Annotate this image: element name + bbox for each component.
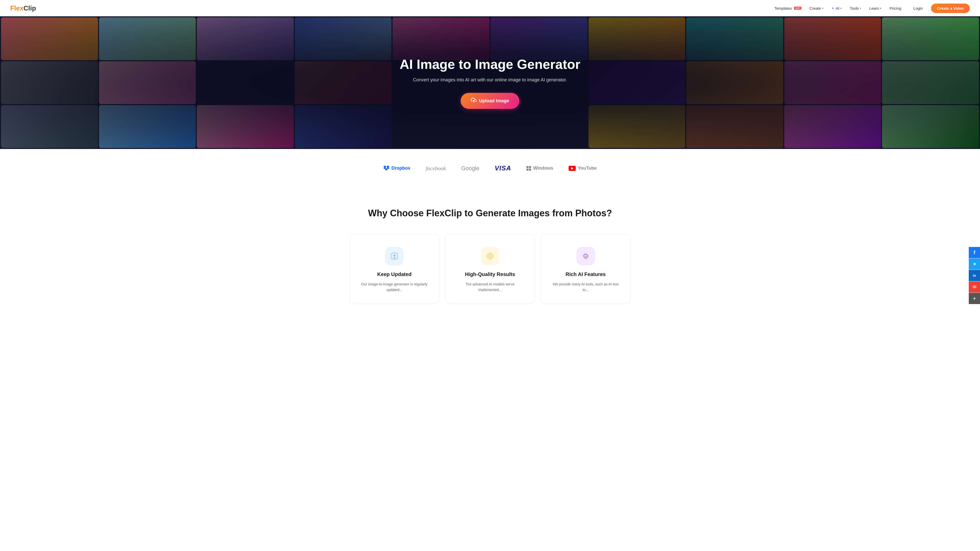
windows-label: Windows <box>533 165 553 171</box>
youtube-play-icon <box>571 167 573 170</box>
why-section: Why Choose FlexClip to Generate Images f… <box>0 187 980 313</box>
youtube-icon <box>569 166 576 171</box>
nav-actions: Login Create a Video <box>909 3 970 13</box>
keep-updated-title: Keep Updated <box>360 272 429 277</box>
upload-icon <box>471 97 476 104</box>
brand-dropbox: Dropbox <box>383 165 410 171</box>
rich-ai-title: Rich AI Features <box>551 272 620 277</box>
nav-ai[interactable]: ✦ AI ▾ <box>832 6 842 11</box>
facebook-share-button[interactable]: f <box>969 247 980 258</box>
nav-learn[interactable]: Learn ▾ <box>869 6 881 11</box>
brand-google: Google <box>461 165 479 171</box>
nav-links: Templates HOT Create ▾ ✦ AI ▾ Tools ▾ Le… <box>774 6 901 11</box>
social-sidebar: f ✕ in ✉ + <box>969 247 980 304</box>
svg-text:AI: AI <box>585 256 587 257</box>
linkedin-share-button[interactable]: in <box>969 270 980 281</box>
chevron-down-icon: ▾ <box>860 7 861 10</box>
google-label: Google <box>461 165 479 171</box>
brand-windows: Windows <box>527 165 553 171</box>
chevron-down-icon: ▾ <box>880 7 881 10</box>
upload-image-button[interactable]: Upload Image <box>461 93 519 109</box>
nav-templates[interactable]: Templates HOT <box>774 6 801 11</box>
rich-ai-icon: AI <box>576 247 595 265</box>
rich-ai-desc: We provide many AI tools, such as AI tex… <box>551 281 620 293</box>
keep-updated-icon <box>385 247 404 265</box>
features-grid: Keep Updated Our image-to-image generato… <box>350 234 630 303</box>
nav-tools[interactable]: Tools ▾ <box>850 6 861 11</box>
brand-youtube: YouTube <box>569 165 597 171</box>
high-quality-desc: The advanced AI models we've implemented… <box>456 281 525 293</box>
login-button[interactable]: Login <box>909 4 927 13</box>
navbar: FlexClip Templates HOT Create ▾ ✦ AI ▾ T… <box>0 0 980 16</box>
upload-button-label: Upload Image <box>479 98 509 103</box>
hero-section: AI Image to Image Generator Convert your… <box>0 16 980 149</box>
facebook-icon: f <box>974 250 975 256</box>
email-share-button[interactable]: ✉ <box>969 281 980 292</box>
create-video-button[interactable]: Create a Video <box>931 3 970 13</box>
keep-updated-desc: Our image-to-image generator is regularl… <box>360 281 429 293</box>
facebook-label: facebook <box>426 165 446 171</box>
brands-section: Dropbox facebook Google VISA Windows You… <box>0 149 980 187</box>
hot-badge: HOT <box>794 6 801 10</box>
email-icon: ✉ <box>973 284 977 290</box>
youtube-label: YouTube <box>578 165 597 171</box>
hero-title: AI Image to Image Generator <box>400 56 580 72</box>
high-quality-icon <box>481 247 499 265</box>
chevron-down-icon: ▾ <box>822 7 823 10</box>
windows-icon <box>527 166 531 171</box>
ai-sparkle-icon: ✦ <box>832 6 834 10</box>
dropbox-label: Dropbox <box>391 165 410 171</box>
hero-content: AI Image to Image Generator Convert your… <box>390 41 590 124</box>
why-section-title: Why Choose FlexClip to Generate Images f… <box>10 208 970 219</box>
feature-card-rich-ai: AI Rich AI Features We provide many AI t… <box>541 234 630 303</box>
logo[interactable]: FlexClip <box>10 4 36 12</box>
logo-flex: Flex <box>10 4 24 12</box>
more-share-button[interactable]: + <box>969 293 980 304</box>
plus-icon: + <box>973 295 976 302</box>
brand-facebook: facebook <box>426 165 446 171</box>
linkedin-icon: in <box>973 273 976 278</box>
twitter-share-button[interactable]: ✕ <box>969 259 980 270</box>
high-quality-title: High-Quality Results <box>456 272 525 277</box>
feature-card-high-quality: High-Quality Results The advanced AI mod… <box>445 234 535 303</box>
visa-label: VISA <box>495 164 511 172</box>
logo-clip: Clip <box>24 4 36 12</box>
brand-visa: VISA <box>495 164 511 172</box>
feature-card-keep-updated: Keep Updated Our image-to-image generato… <box>350 234 439 303</box>
nav-create[interactable]: Create ▾ <box>810 6 823 11</box>
hero-subtitle: Convert your images into AI art with our… <box>400 77 580 83</box>
chevron-down-icon: ▾ <box>840 7 842 10</box>
svg-point-11 <box>489 256 490 257</box>
nav-pricing[interactable]: Pricing <box>889 6 901 11</box>
twitter-icon: ✕ <box>973 262 976 267</box>
